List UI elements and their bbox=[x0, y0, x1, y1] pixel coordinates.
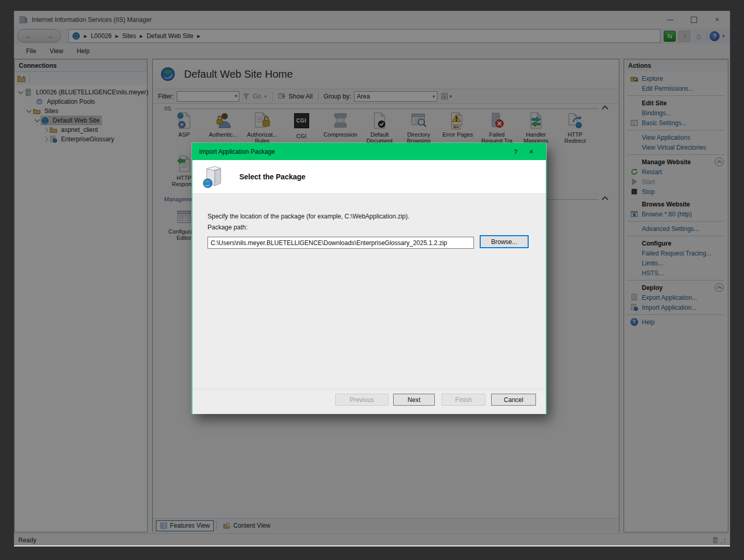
dialog-body: Specify the location of the package (for… bbox=[192, 194, 546, 389]
dialog-header: Select the Package bbox=[192, 160, 546, 194]
desktop: Internet Information Services (IIS) Mana… bbox=[0, 0, 744, 560]
import-application-package-dialog: Import Application Package ? × Select th… bbox=[192, 143, 546, 413]
dialog-heading: Select the Package bbox=[239, 173, 306, 181]
dialog-title: Import Application Package bbox=[199, 148, 508, 155]
previous-button[interactable]: Previous bbox=[335, 394, 388, 406]
instruction-text: Specify the location of the package (for… bbox=[208, 213, 409, 220]
package-path-input[interactable] bbox=[208, 237, 474, 249]
cancel-button[interactable]: Cancel bbox=[491, 394, 536, 406]
path-label: Package path: bbox=[208, 224, 248, 231]
finish-button[interactable]: Finish bbox=[442, 394, 485, 406]
package-icon bbox=[202, 164, 226, 189]
dialog-close-button[interactable]: × bbox=[523, 148, 539, 156]
dialog-footer: Previous Next Finish Cancel bbox=[192, 389, 546, 414]
browse-button[interactable]: Browse... bbox=[480, 235, 529, 248]
dialog-titlebar[interactable]: Import Application Package ? × bbox=[192, 143, 546, 160]
next-button[interactable]: Next bbox=[393, 394, 435, 406]
dialog-help-button[interactable]: ? bbox=[508, 148, 523, 156]
